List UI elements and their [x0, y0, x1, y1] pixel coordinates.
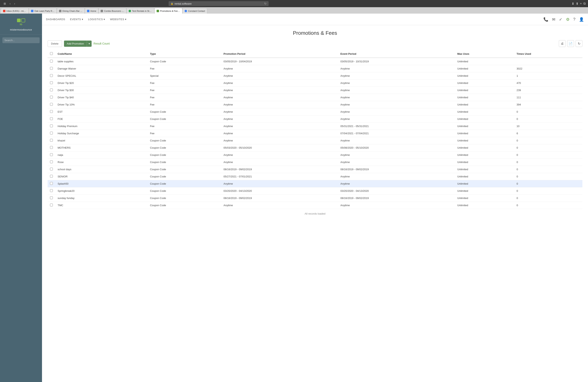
cell-type: Fee	[147, 94, 221, 101]
nav-logistics[interactable]: LOGISTICS ▾	[88, 17, 105, 22]
cell-times-used: 0	[514, 159, 582, 166]
table-row: Driver Tip $30 Fee Anytime Anytime Unlim…	[48, 87, 582, 94]
tab-oaklawn[interactable]: Oak Lawn Party Rent...	[29, 8, 57, 14]
row-checkbox[interactable]	[50, 182, 53, 185]
cell-type: Fee	[147, 79, 221, 87]
row-checkbox[interactable]	[50, 204, 53, 206]
cell-code-name: Damage Waiver	[55, 65, 147, 72]
cell-promotion-period: Anytime	[221, 87, 338, 94]
header-max-uses[interactable]: Max Uses	[455, 50, 514, 58]
cell-code-name: naija	[55, 152, 147, 159]
sidebar-toggle-btn[interactable]: ⊞	[2, 1, 7, 6]
back-btn[interactable]: ‹	[8, 1, 12, 6]
tab-combo[interactable]: Combo Bouncers -...	[98, 8, 126, 14]
cell-max-uses: Unlimited	[455, 166, 514, 173]
row-checkbox[interactable]	[50, 153, 53, 156]
row-checkbox[interactable]	[50, 132, 53, 134]
row-checkbox[interactable]	[50, 124, 53, 127]
cell-promotion-period: 08/16/2019 - 09/02/2019	[221, 195, 338, 202]
delete-button[interactable]: Delete	[48, 40, 62, 47]
row-checkbox[interactable]	[50, 168, 53, 171]
cell-promotion-period: Anytime	[221, 94, 338, 101]
row-checkbox[interactable]	[50, 67, 53, 70]
settings-icon[interactable]: ⚙	[566, 17, 570, 22]
export-button[interactable]: 📄	[567, 40, 574, 47]
nav-items: DASHBOARDS EVENTS ▾ LOGISTICS ▾ WEBSITES…	[46, 17, 126, 22]
cell-max-uses: Unlimited	[455, 65, 514, 72]
nav-websites[interactable]: WEBSITES ▾	[110, 17, 126, 22]
row-checkbox[interactable]	[50, 175, 53, 178]
cell-event-period: 05/08/2020 - 05/10/2020	[338, 144, 455, 152]
cell-event-period: Anytime	[338, 72, 455, 79]
cell-code-name: MOTHERS	[55, 144, 147, 152]
header-promotion-period[interactable]: Promotion Period	[221, 50, 338, 58]
cell-promotion-period: Anytime	[221, 152, 338, 159]
row-checkbox[interactable]	[50, 117, 53, 120]
add-promotion-label: Add Promotion	[64, 40, 87, 47]
windows-icon[interactable]: ⧉	[583, 2, 586, 6]
print-button[interactable]: 🖨	[559, 40, 566, 47]
header-type[interactable]: Type	[147, 50, 221, 58]
cell-type: Coupon Code	[147, 108, 221, 115]
reload-icon[interactable]: ↻	[264, 2, 267, 5]
cell-promotion-period: Anytime	[221, 202, 338, 209]
forward-btn[interactable]: ›	[13, 1, 16, 6]
browser-controls[interactable]: ⊞ ‹ ›	[2, 1, 16, 6]
help-icon[interactable]: ?	[573, 17, 575, 21]
cell-times-used: 1	[514, 72, 582, 79]
nav-events[interactable]: EVENTS ▾	[70, 17, 84, 22]
cell-times-used: 0	[514, 180, 582, 187]
cell-promotion-period: Anytime	[221, 79, 338, 87]
share-icon[interactable]: ⬆	[576, 2, 578, 6]
tab-home[interactable]: Home	[85, 8, 98, 14]
result-count-link[interactable]: Result Count	[94, 42, 110, 45]
mail-icon[interactable]: ✉	[552, 17, 555, 22]
cell-code-name: Springbreak20	[55, 187, 147, 195]
tab-tent[interactable]: Tent Rentals in Sterli...	[126, 8, 154, 14]
row-checkbox[interactable]	[50, 139, 53, 142]
browser-action-icons[interactable]: ⬇ ⬆ + ⧉	[572, 2, 586, 6]
new-tab-icon[interactable]: +	[580, 2, 582, 6]
header-times-used[interactable]: Times Used	[514, 50, 582, 58]
tab-gmail[interactable]: Inbox (9,831) - miste...	[1, 8, 29, 14]
row-checkbox[interactable]	[50, 74, 53, 77]
cell-type: Coupon Code	[147, 202, 221, 209]
row-checkbox[interactable]	[50, 81, 53, 84]
tab-constant[interactable]: Constant Contact	[182, 8, 207, 14]
cell-type: Coupon Code	[147, 187, 221, 195]
row-checkbox[interactable]	[50, 196, 53, 199]
nav-dashboards[interactable]: DASHBOARDS	[46, 17, 65, 22]
table-row: school days Coupon Code 08/16/2019 - 09/…	[48, 166, 582, 173]
address-bar[interactable]: 🔒 rental.software ↻	[168, 1, 269, 6]
row-checkbox[interactable]	[50, 96, 53, 98]
user-icon[interactable]: 👤	[579, 17, 584, 22]
cell-code-name: TMC	[55, 202, 147, 209]
cell-type: Fee	[147, 130, 221, 137]
row-checkbox[interactable]	[50, 189, 53, 192]
check-icon[interactable]: ✓	[559, 17, 562, 22]
add-promotion-caret[interactable]: ▾	[87, 40, 92, 47]
svg-text:io: io	[20, 22, 22, 26]
refresh-button[interactable]: ↻	[576, 40, 582, 47]
row-checkbox[interactable]	[50, 89, 53, 91]
cell-max-uses: Unlimited	[455, 137, 514, 144]
tab-promotions[interactable]: Promotions & Fees |...	[154, 8, 182, 14]
select-all-checkbox[interactable]	[50, 52, 53, 55]
sidebar-search-input[interactable]	[2, 37, 40, 43]
cell-max-uses: Unlimited	[455, 123, 514, 130]
header-event-period[interactable]: Event Period	[338, 50, 455, 58]
cell-times-used: 0	[514, 173, 582, 180]
tab-dining[interactable]: Dining Chairs Bar St...	[57, 8, 85, 14]
header-code-name[interactable]: Code/Name	[55, 50, 147, 58]
cell-times-used: 0	[514, 115, 582, 123]
cell-code-name: Splash50	[55, 180, 147, 187]
row-checkbox[interactable]	[50, 60, 53, 62]
add-promotion-button[interactable]: Add Promotion ▾	[64, 40, 92, 47]
row-checkbox[interactable]	[50, 160, 53, 163]
row-checkbox[interactable]	[50, 103, 53, 106]
download-icon[interactable]: ⬇	[572, 2, 574, 6]
row-checkbox[interactable]	[50, 146, 53, 149]
phone-icon[interactable]: 📞	[543, 17, 548, 22]
row-checkbox[interactable]	[50, 110, 53, 113]
table-row: sunday funday Coupon Code 08/16/2019 - 0…	[48, 195, 582, 202]
